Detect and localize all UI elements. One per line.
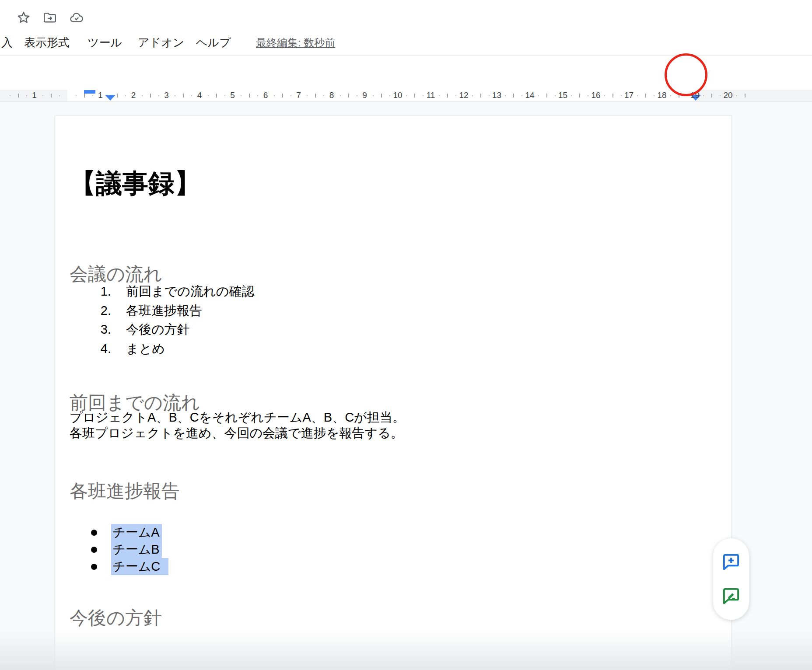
ruler-number: 16 xyxy=(591,91,600,100)
star-button[interactable] xyxy=(16,10,31,25)
ruler-tick xyxy=(711,94,712,98)
ruler-tick xyxy=(645,94,646,98)
ruler-dot xyxy=(340,95,341,96)
ruler-number: 10 xyxy=(393,91,402,100)
document-canvas: 【議事録】 会議の流れ 1. 前回までの流れの確認 2. 各班進捗報告 3. 今… xyxy=(0,101,812,670)
ruler-dot xyxy=(604,95,605,96)
ruler-dot xyxy=(687,95,688,96)
ruler-dot xyxy=(274,95,275,96)
ruler-dot xyxy=(621,95,622,96)
ruler-number: 2 xyxy=(131,91,136,100)
ruler-number: 13 xyxy=(492,91,501,100)
ruler-dot xyxy=(208,95,209,96)
list-number: 3. xyxy=(85,321,111,338)
paragraph-line: プロジェクトA、B、CをそれぞれチームA、B、Cが担当。 xyxy=(70,408,405,426)
left-indent-marker[interactable] xyxy=(105,95,116,101)
ruler-number: 18 xyxy=(657,91,666,100)
bullet-icon xyxy=(91,547,97,553)
ruler-number: 1 xyxy=(32,91,37,100)
ruler-tick xyxy=(249,94,250,98)
menu-item-help[interactable]: ヘルプ xyxy=(196,35,231,50)
ruler-number: 11 xyxy=(427,91,435,100)
bullet-icon xyxy=(91,530,97,536)
menu-item-insert-partial[interactable]: 入 xyxy=(1,35,13,50)
suggest-edits-icon xyxy=(721,586,741,606)
ruler-number: 8 xyxy=(329,91,334,100)
ruler-dot xyxy=(489,95,490,96)
ruler-tick xyxy=(51,94,52,98)
ruler-tick xyxy=(447,94,448,98)
side-action-pill xyxy=(713,538,749,620)
ruler-tick xyxy=(282,94,283,98)
ruler-dot xyxy=(555,95,556,96)
ruler-number: 15 xyxy=(558,91,567,100)
ruler-dot xyxy=(670,95,671,96)
ruler-dot xyxy=(423,95,424,96)
toolbar: 標準テキス... Arial − 11 + B I U A xyxy=(0,56,812,90)
last-edit-link[interactable]: 最終編集: 数秒前 xyxy=(256,36,335,50)
selected-text: チームC xyxy=(111,558,168,575)
paragraph-line: 各班プロジェクトを進め、今回の会議で進捗を報告する。 xyxy=(70,424,403,442)
move-folder-button[interactable] xyxy=(42,10,57,25)
ruler-number: 17 xyxy=(624,91,634,100)
ruler-dot xyxy=(406,95,407,96)
ruler-dot xyxy=(59,95,60,96)
ruler-dot xyxy=(10,95,10,96)
ruler-tick xyxy=(150,94,151,98)
ruler-number: 12 xyxy=(459,91,468,100)
ruler-number: 4 xyxy=(197,91,202,100)
ruler-tick xyxy=(315,94,316,98)
ruler-tick xyxy=(480,94,481,98)
suggest-edits-button[interactable] xyxy=(721,586,742,607)
section-heading: 今後の方針 xyxy=(70,607,162,629)
menu-item-format[interactable]: 表示形式 xyxy=(24,35,70,50)
ruler-tick xyxy=(117,94,118,98)
ruler-number: 20 xyxy=(723,91,732,100)
ruler-tick xyxy=(84,94,85,98)
ruler-dot xyxy=(703,95,704,96)
menu-item-tools[interactable]: ツール xyxy=(88,35,122,50)
ruler-dot xyxy=(142,95,143,96)
titlebar xyxy=(0,0,812,31)
ruler-number: 14 xyxy=(525,91,534,100)
ruler-dot xyxy=(357,95,357,96)
bullet-icon xyxy=(91,564,97,570)
ruler-tick xyxy=(579,94,580,98)
cloud-done-icon xyxy=(69,10,84,25)
ruler-tick xyxy=(679,94,679,98)
ruler-number: 5 xyxy=(230,91,235,100)
ruler-tick xyxy=(348,94,349,98)
ruler-number: 9 xyxy=(362,91,367,100)
selected-text: チームA xyxy=(111,524,162,541)
list-number: 2. xyxy=(85,302,111,319)
ruler-dot xyxy=(92,95,93,96)
document-page[interactable]: 【議事録】 会議の流れ 1. 前回までの流れの確認 2. 各班進捗報告 3. 今… xyxy=(55,115,732,670)
selected-text: チームB xyxy=(111,541,162,558)
ruler-dot xyxy=(720,95,721,96)
ruler-tick xyxy=(183,94,184,98)
ruler: 11234567891011121314151617181920 xyxy=(0,90,812,101)
doc-title: 【議事録】 xyxy=(70,168,201,199)
ruler-dot xyxy=(26,95,27,96)
menu-item-addons[interactable]: アドオン xyxy=(138,35,184,50)
ruler-dot xyxy=(472,95,473,96)
ruler-tick xyxy=(612,94,613,98)
google-docs-app: 入 表示形式 ツール アドオン ヘルプ 最終編集: 数秒前 標準テキス... A… xyxy=(0,0,812,670)
ruler-dot xyxy=(736,95,737,96)
ruler-tick xyxy=(513,94,514,98)
section-heading: 各班進捗報告 xyxy=(70,480,180,502)
ruler-tick xyxy=(381,94,382,98)
ruler-dot xyxy=(290,95,291,96)
ruler-dot xyxy=(76,95,77,96)
ruler-number: 6 xyxy=(263,91,268,100)
ruler-number: 7 xyxy=(296,91,301,100)
ruler-dot xyxy=(538,95,539,96)
first-line-indent-marker[interactable] xyxy=(84,90,95,94)
ruler-dot xyxy=(224,95,225,96)
ruler-number: 3 xyxy=(164,91,169,100)
ruler-tick xyxy=(414,94,415,98)
ruler-tick xyxy=(546,94,547,98)
cloud-status-button[interactable] xyxy=(69,10,84,25)
ruler-tick xyxy=(745,94,746,98)
add-comment-floating-button[interactable] xyxy=(721,551,742,572)
